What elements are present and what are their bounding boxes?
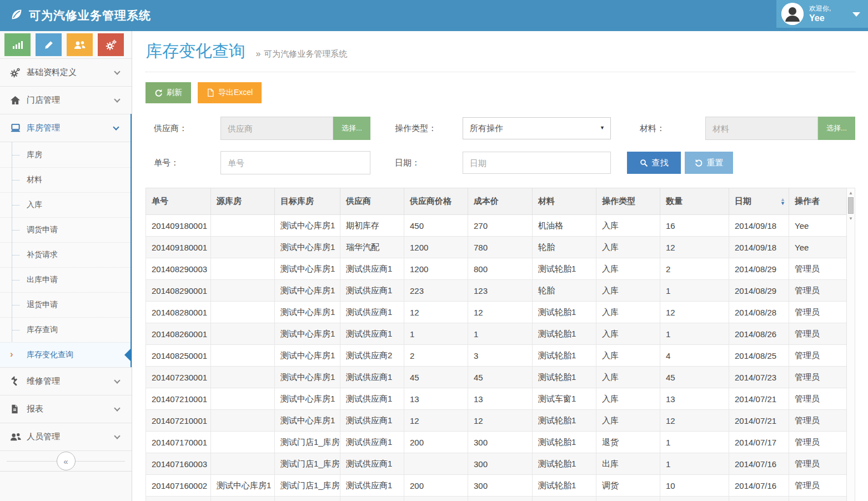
table-row[interactable]: 201408250001测试中心库房1测试供应商223测试轮胎1入库42014/… <box>146 345 847 367</box>
table-cell[interactable]: 10 <box>660 475 729 497</box>
sidebar-subitem-4[interactable]: 补货请求 <box>0 242 131 267</box>
table-cell[interactable]: 测试供应商1 <box>340 410 404 432</box>
column-header-2[interactable]: 源库房 <box>211 188 275 215</box>
table-cell[interactable]: 测试门店1_库房1 <box>275 453 340 475</box>
table-cell[interactable]: 管理员 <box>789 410 847 432</box>
table-cell[interactable]: 2014/08/28 <box>729 302 789 323</box>
table-row[interactable]: 201408290001测试中心库房1测试供应商1223123轮胎入库12014… <box>146 280 847 302</box>
table-cell[interactable] <box>211 410 275 432</box>
sidebar-item-store-management[interactable]: 门店管理 <box>0 86 132 114</box>
table-cell[interactable]: 201407160003 <box>146 453 211 475</box>
table-cell[interactable]: 测试供应商1 <box>340 453 404 475</box>
table-cell[interactable] <box>211 432 275 453</box>
table-cell[interactable]: 201409180001 <box>146 215 211 237</box>
table-cell[interactable]: 测试中心库房1 <box>275 280 340 302</box>
table-cell[interactable]: 800 <box>468 258 533 280</box>
table-cell[interactable]: 3 <box>468 345 533 367</box>
table-cell[interactable]: 管理员 <box>789 302 847 323</box>
table-cell[interactable]: 201407230001 <box>146 367 211 388</box>
table-cell[interactable]: 2 <box>660 258 729 280</box>
table-cell[interactable]: 12 <box>404 410 468 432</box>
export-excel-button[interactable]: 导出Excel <box>198 82 262 103</box>
table-cell[interactable]: 300 <box>468 453 533 475</box>
table-cell[interactable]: 12 <box>468 302 533 323</box>
column-header-6[interactable]: 成本价 <box>468 188 533 215</box>
user-menu[interactable]: 欢迎你, Yee <box>776 0 868 28</box>
scrollbar-thumb[interactable] <box>848 197 854 214</box>
table-cell[interactable]: 2014/09/18 <box>729 215 789 237</box>
table-cell[interactable] <box>211 323 275 345</box>
table-cell[interactable] <box>211 280 275 302</box>
table-cell[interactable]: 1 <box>404 323 468 345</box>
table-cell[interactable]: 管理员 <box>789 453 847 475</box>
table-cell[interactable]: 管理员 <box>789 367 847 388</box>
table-cell[interactable]: 测试中心库房1 <box>275 410 340 432</box>
sidebar-item-reports[interactable]: 报表 <box>0 395 132 423</box>
table-cell[interactable]: 测试门店1_库房1 <box>275 432 340 453</box>
table-cell[interactable]: 测试中心库房1 <box>275 237 340 258</box>
table-cell[interactable]: 测试中心库房1 <box>275 323 340 345</box>
table-cell[interactable]: 4 <box>660 345 729 367</box>
material-choose-button[interactable]: 选择... <box>818 117 855 140</box>
column-header-7[interactable]: 材料 <box>533 188 596 215</box>
table-cell[interactable]: 270 <box>468 215 533 237</box>
table-cell[interactable]: 13 <box>660 388 729 410</box>
table-row[interactable]: 201408280001测试中心库房1测试供应商11212测试轮胎1入库1220… <box>146 302 847 323</box>
table-cell[interactable]: 测试中心库房1 <box>275 345 340 367</box>
table-cell[interactable]: 入库 <box>596 280 660 302</box>
table-cell[interactable]: 入库 <box>596 237 660 258</box>
vertical-scrollbar[interactable]: ▲ ▼ <box>846 188 855 501</box>
sidebar-subitem-7[interactable]: 库存查询 <box>0 317 131 342</box>
table-cell[interactable]: 测试供应商1 <box>340 475 404 497</box>
scroll-down-icon[interactable]: ▼ <box>847 216 855 221</box>
table-row[interactable]: 201407210001测试中心库房1测试供应商11212测试轮胎1入库1220… <box>146 410 847 432</box>
search-button[interactable]: 查找 <box>627 152 681 174</box>
table-cell[interactable]: 12 <box>660 410 729 432</box>
table-row[interactable]: 201407210001测试中心库房1测试供应商11313测试车窗1入库1320… <box>146 388 847 410</box>
table-cell[interactable]: 780 <box>468 237 533 258</box>
table-cell[interactable]: 退货 <box>596 432 660 453</box>
table-cell[interactable]: 201409180001 <box>146 237 211 258</box>
table-cell[interactable]: 2014/07/17 <box>729 432 789 453</box>
table-cell[interactable]: 2014/08/29 <box>729 280 789 302</box>
table-cell[interactable]: 2014/07/21 <box>729 410 789 432</box>
table-cell[interactable]: 入库 <box>596 410 660 432</box>
table-cell[interactable]: 测试供应商1 <box>340 432 404 453</box>
table-cell[interactable] <box>404 453 468 475</box>
table-cell[interactable]: 1200 <box>404 258 468 280</box>
table-cell[interactable]: 测试中心库房1 <box>275 302 340 323</box>
reset-button[interactable]: 重置 <box>685 152 733 174</box>
table-cell[interactable]: 测试轮胎1 <box>533 323 596 345</box>
table-cell[interactable]: 入库 <box>596 258 660 280</box>
table-cell[interactable] <box>211 388 275 410</box>
table-row[interactable]: 201407170001测试门店1_库房1测试供应商1200300测试轮胎1退货… <box>146 432 847 453</box>
sidebar-subitem-0[interactable]: 库房 <box>0 142 131 167</box>
table-cell[interactable]: 测试轮胎1 <box>533 453 596 475</box>
table-cell[interactable]: 300 <box>468 432 533 453</box>
table-cell[interactable]: 12 <box>660 237 729 258</box>
table-cell[interactable]: 瑞华汽配 <box>340 237 404 258</box>
table-row[interactable]: 201409180001测试中心库房1期初库存450270机油格入库162014… <box>146 215 847 237</box>
table-cell[interactable]: 测试轮胎1 <box>533 258 596 280</box>
table-cell[interactable]: 200 <box>404 475 468 497</box>
table-cell[interactable]: 123 <box>468 280 533 302</box>
table-cell[interactable]: 测试中心库房1 <box>275 388 340 410</box>
table-cell[interactable]: 测试中心库房1 <box>275 215 340 237</box>
table-cell[interactable]: 201408290003 <box>146 258 211 280</box>
table-cell[interactable]: 测试供应商1 <box>340 258 404 280</box>
column-header-10[interactable]: 日期▲▼ <box>729 188 789 215</box>
operation-type-select[interactable]: 所有操作 ▼ <box>463 117 611 139</box>
table-cell[interactable]: 1 <box>660 280 729 302</box>
column-header-4[interactable]: 供应商 <box>340 188 404 215</box>
table-cell[interactable]: 测试供应商1 <box>340 280 404 302</box>
table-cell[interactable]: 45 <box>468 367 533 388</box>
table-cell[interactable]: 201407170001 <box>146 432 211 453</box>
column-header-9[interactable]: 数量 <box>660 188 729 215</box>
table-cell[interactable]: 201408290001 <box>146 280 211 302</box>
table-cell[interactable]: 12 <box>660 302 729 323</box>
table-row[interactable]: 201408290003测试中心库房1测试供应商11200800测试轮胎1入库2… <box>146 258 847 280</box>
sidebar-collapse-button[interactable]: « <box>57 452 76 470</box>
table-cell[interactable]: 测试轮胎1 <box>533 410 596 432</box>
table-cell[interactable]: 管理员 <box>789 475 847 497</box>
table-row[interactable]: 201407160002测试中心库房1测试门店1_库房1测试供应商1200300… <box>146 475 847 497</box>
